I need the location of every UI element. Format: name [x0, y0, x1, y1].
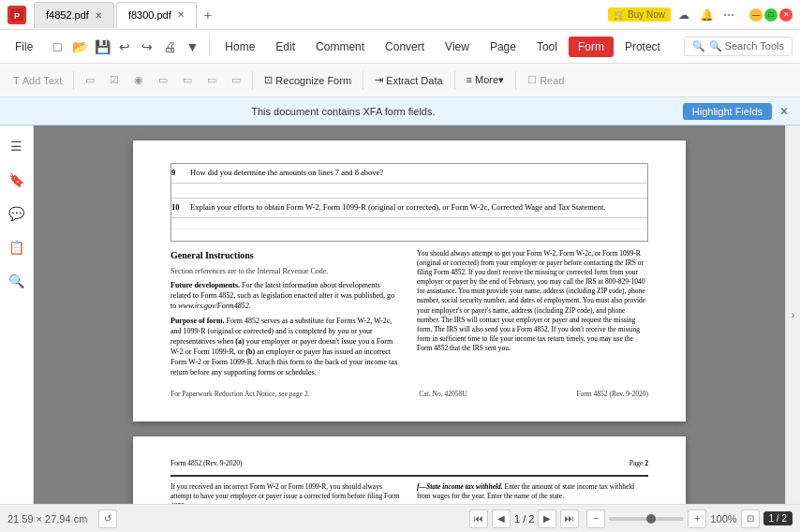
open-icon[interactable]: 📂	[68, 36, 91, 58]
prev-page-button[interactable]: ◀	[492, 510, 511, 528]
notification-close-button[interactable]: ✕	[779, 105, 789, 118]
toolbar-read: ☐ Read	[522, 70, 570, 90]
close-button[interactable]: ✕	[779, 8, 793, 22]
menu-item-comment[interactable]: Comment	[306, 37, 374, 57]
menu-item-convert[interactable]: Convert	[376, 37, 434, 57]
right-sidebar-arrow: ›	[792, 310, 794, 320]
zoom-out-button[interactable]: −	[586, 510, 605, 528]
document-dimensions: 21.59 × 27.94 cm	[7, 513, 87, 525]
svg-text:P: P	[14, 11, 20, 21]
menu-item-file[interactable]: File	[7, 37, 40, 57]
redo-icon[interactable]: ↪	[136, 36, 158, 58]
footer-left: For Paperwork Reduction Act Notice, see …	[170, 390, 310, 400]
toolbar-field-2: ▭	[153, 70, 173, 90]
tab-close-f4852[interactable]: ✕	[95, 10, 102, 21]
toolbar-sep-3	[363, 71, 363, 90]
last-page-button[interactable]: ⏭	[560, 510, 579, 528]
gi-right-text: You should always attempt to get your Fo…	[417, 249, 645, 352]
menu-item-protect[interactable]: Protect	[615, 37, 670, 57]
minimize-button[interactable]: —	[749, 8, 763, 22]
sidebar-icon-bookmark[interactable]: 🔖	[4, 167, 30, 193]
page-indicator: 1 / 2	[514, 513, 534, 525]
toolbar-checkbox: ☑	[104, 70, 125, 90]
notification-text: This document contains XFA form fields.	[11, 106, 675, 117]
row-10-number: 10	[171, 202, 183, 214]
menu-actions: □ 📂 💾 ↩ ↪ 🖨 ▼	[46, 36, 203, 58]
save-icon[interactable]: 💾	[91, 36, 113, 58]
menu-item-form[interactable]: Form	[569, 37, 614, 57]
document-area: 9 How did you determine the amounts on l…	[34, 126, 785, 504]
add-text-icon: T	[13, 75, 20, 86]
sidebar-icon-pages[interactable]: 📋	[4, 234, 30, 260]
more-options-icon[interactable]: ⋯	[719, 6, 738, 24]
title-bar-left: P f4852.pdf ✕ f8300.pdf ✕ +	[7, 2, 608, 28]
notification-bar: This document contains XFA form fields. …	[0, 97, 800, 126]
notification-icon[interactable]: 🔔	[697, 6, 716, 24]
gi-purpose-text: Form 4852 serves as a substitute for For…	[170, 317, 398, 377]
menu-item-page[interactable]: Page	[481, 37, 526, 57]
row-10-text: Explain your efforts to obtain Form W-2,…	[190, 202, 605, 214]
buy-now-button[interactable]: 🛒 Buy Now	[608, 7, 671, 22]
search-tools-button[interactable]: 🔍 🔍 Search Tools	[684, 37, 793, 56]
menu-item-home[interactable]: Home	[215, 37, 264, 57]
tab-f8300[interactable]: f8300.pdf ✕	[116, 2, 197, 28]
zoom-in-button[interactable]: +	[688, 510, 706, 528]
recognize-form-label: Recognize Form	[275, 75, 351, 86]
general-instructions: General Instructions Section references …	[170, 249, 648, 382]
maximize-button[interactable]: □	[764, 8, 778, 22]
cloud-icon[interactable]: ☁	[674, 6, 693, 24]
highlight-fields-button[interactable]: Highlight Fields	[683, 103, 772, 120]
undo-icon[interactable]: ↩	[113, 36, 136, 58]
search-tools-label: 🔍 Search Tools	[709, 40, 784, 52]
add-tab-button[interactable]: +	[199, 6, 217, 24]
toolbar-recognize-form[interactable]: ⊡ Recognize Form	[259, 70, 357, 90]
toolbar-more[interactable]: ≡ More▾	[461, 70, 511, 90]
tab-label-f4852: f4852.pdf	[46, 9, 89, 21]
right-sidebar-toggle[interactable]: ›	[785, 126, 800, 504]
menu-bar: File □ 📂 💾 ↩ ↪ 🖨 ▼ Home Edit Comment Con…	[0, 30, 800, 64]
tab-label-f8300: f8300.pdf	[128, 9, 171, 21]
sidebar-icon-menu[interactable]: ☰	[4, 133, 30, 159]
menu-item-tool[interactable]: Tool	[527, 37, 567, 57]
gi-title: General Instructions	[170, 249, 402, 262]
page2-para-1: If you received an incorrect Form W-2 or…	[170, 482, 402, 504]
main-area: ☰ 🔖 💬 📋 🔍 9 How did you determine the am…	[0, 126, 800, 504]
page-1: 9 How did you determine the amounts on l…	[133, 140, 686, 421]
dropdown-icon[interactable]: ▼	[181, 36, 203, 58]
recognize-form-icon: ⊡	[264, 74, 273, 86]
fit-page-button[interactable]: ⊡	[741, 510, 760, 528]
sidebar-icon-search[interactable]: 🔍	[4, 268, 30, 294]
new-icon[interactable]: □	[46, 36, 68, 58]
toolbar-extract-data[interactable]: ⇥ Extract Data	[369, 70, 449, 90]
toolbar-sep-2	[252, 71, 253, 90]
extract-data-label: Extract Data	[386, 75, 443, 86]
status-right: − + 100% ⊡ 1 / 2	[586, 510, 793, 528]
page-counter-badge: 1 / 2	[763, 511, 793, 525]
toolbar-field-4: ▭	[201, 70, 222, 90]
toolbar-sep-5	[515, 71, 516, 90]
next-page-button[interactable]: ▶	[538, 510, 556, 528]
zoom-slider[interactable]	[609, 517, 684, 521]
zoom-thumb	[646, 514, 656, 524]
app-icon: P	[7, 6, 26, 24]
zoom-level: 100%	[710, 513, 736, 525]
tab-f4852[interactable]: f4852.pdf ✕	[34, 2, 114, 28]
status-center: ⏮ ◀ 1 / 2 ▶ ⏭	[469, 510, 579, 528]
page-2-content: If you received an incorrect Form W-2 or…	[170, 482, 648, 504]
read-checkbox: ☐	[527, 74, 537, 86]
window-controls: — □ ✕	[749, 8, 793, 22]
print-icon[interactable]: 🖨	[158, 36, 181, 58]
row-9: 9 How did you determine the amounts on l…	[171, 164, 647, 184]
menu-item-edit[interactable]: Edit	[266, 37, 304, 57]
status-bar: 21.59 × 27.94 cm ↺ ⏮ ◀ 1 / 2 ▶ ⏭ − + 100…	[0, 504, 800, 532]
tab-close-f8300[interactable]: ✕	[177, 9, 185, 20]
first-page-button[interactable]: ⏮	[469, 510, 488, 528]
page2-header-left: Form 4852 (Rev. 9-2020)	[170, 459, 243, 469]
title-bar: P f4852.pdf ✕ f8300.pdf ✕ + 🛒 Buy Now ☁ …	[0, 0, 800, 30]
menu-item-view[interactable]: View	[436, 37, 479, 57]
sidebar-icon-comment[interactable]: 💬	[4, 200, 30, 227]
toolbar-field-3: ▭	[177, 70, 198, 90]
row-9-number: 9	[171, 168, 183, 179]
toolbar-field-1: ▭	[80, 70, 100, 90]
rotate-left-button[interactable]: ↺	[98, 510, 117, 528]
